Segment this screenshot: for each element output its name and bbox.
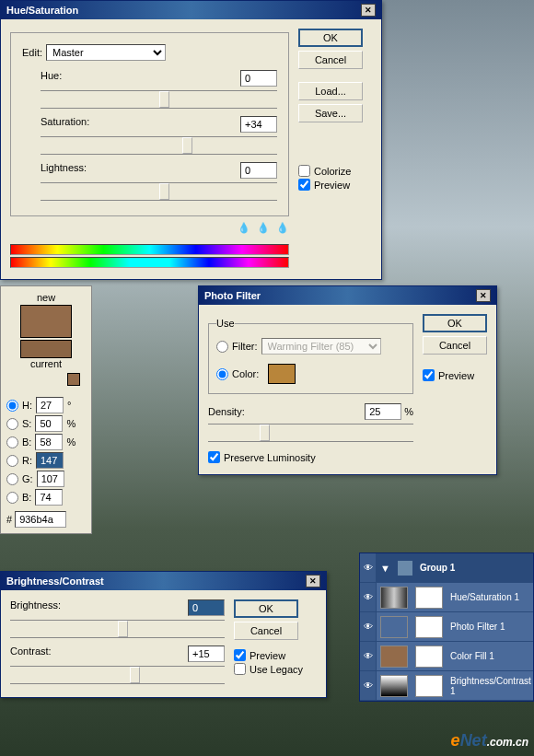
h-radio[interactable]: H:° — [6, 397, 86, 413]
current-label: current — [6, 358, 86, 369]
folder-icon — [398, 561, 412, 576]
lightness-input[interactable] — [240, 162, 277, 179]
b2-input[interactable] — [35, 489, 63, 506]
layer-thumb — [380, 587, 408, 609]
filter-radio[interactable]: Filter:Warming Filter (85) — [216, 338, 405, 355]
hue-label: Hue: — [41, 70, 62, 87]
h-input[interactable] — [36, 397, 64, 413]
close-icon[interactable]: ✕ — [361, 4, 376, 17]
visibility-icon[interactable]: 👁 — [360, 612, 377, 641]
colorize-checkbox[interactable]: Colorize — [298, 165, 372, 177]
photo-filter-titlebar[interactable]: Photo Filter ✕ — [199, 286, 496, 305]
hex-input[interactable] — [15, 511, 66, 528]
s-input[interactable] — [35, 415, 63, 432]
ok-button[interactable]: OK — [423, 314, 487, 332]
s-radio[interactable]: S:% — [6, 415, 86, 432]
hue-spectrum-top — [10, 244, 289, 255]
hue-input[interactable] — [240, 70, 277, 87]
mask-thumb — [415, 646, 443, 668]
density-label: Density: — [208, 406, 245, 417]
visibility-icon[interactable]: 👁 — [360, 583, 377, 611]
group-name: Group 1 — [416, 563, 533, 573]
hue-slider[interactable] — [41, 90, 277, 109]
visibility-icon[interactable]: 👁 — [360, 553, 377, 582]
eyedropper-icon[interactable]: 💧 — [234, 222, 250, 238]
layer-name: Brightness/Contrast 1 — [447, 676, 533, 696]
brightness-input[interactable] — [188, 599, 225, 616]
contrast-label: Contrast: — [10, 646, 52, 662]
new-color-swatch[interactable] — [20, 305, 72, 338]
contrast-input[interactable] — [188, 646, 225, 662]
eyedropper-subtract-icon[interactable]: 💧 — [273, 222, 289, 238]
mask-thumb — [415, 587, 443, 609]
preview-checkbox[interactable]: Preview — [298, 179, 372, 191]
use-label: Use — [216, 318, 235, 329]
layer-row[interactable]: 👁Brightness/Contrast 1 — [360, 671, 533, 701]
hue-spectrum-bottom — [10, 257, 289, 268]
b-input[interactable] — [35, 434, 63, 450]
preserve-luminosity-checkbox[interactable]: Preserve Luminosity — [208, 451, 413, 463]
contrast-slider[interactable] — [10, 666, 225, 684]
eyedropper-add-icon[interactable]: 💧 — [253, 222, 270, 238]
cube-icon[interactable] — [67, 373, 80, 386]
cancel-button[interactable]: Cancel — [298, 51, 363, 69]
preview-checkbox[interactable]: Preview — [234, 649, 317, 661]
brightness-slider[interactable] — [10, 620, 225, 638]
ok-button[interactable]: OK — [298, 29, 363, 47]
hue-saturation-dialog: Hue/Saturation ✕ Edit: Master Hue: Satur… — [0, 0, 382, 280]
photo-filter-title: Photo Filter — [204, 290, 261, 301]
color-picker-panel: new current H:° S:% B:% R: G: B: # — [0, 285, 92, 534]
visibility-icon[interactable]: 👁 — [360, 642, 377, 670]
saturation-label: Saturation: — [41, 116, 89, 133]
photo-filter-dialog: Photo Filter ✕ Use Filter:Warming Filter… — [198, 285, 497, 475]
hue-saturation-title: Hue/Saturation — [6, 5, 78, 16]
layer-name: Hue/Saturation 1 — [447, 592, 533, 602]
color-swatch[interactable] — [268, 364, 296, 384]
layer-group-row[interactable]: 👁 ▼ Group 1 — [360, 553, 533, 583]
layer-row[interactable]: 👁Photo Filter 1 — [360, 612, 533, 642]
layer-row[interactable]: 👁Hue/Saturation 1 — [360, 583, 533, 612]
use-legacy-checkbox[interactable]: Use Legacy — [234, 663, 317, 675]
new-label: new — [6, 292, 86, 303]
brightness-label: Brightness: — [10, 599, 61, 616]
layer-row[interactable]: 👁Color Fill 1 — [360, 642, 533, 671]
load-button[interactable]: Load... — [298, 82, 363, 100]
edit-label: Edit: — [22, 47, 42, 58]
layer-thumb — [380, 675, 408, 697]
lightness-label: Lightness: — [41, 162, 87, 179]
mask-thumb — [415, 675, 443, 697]
folder-collapse-icon[interactable]: ▼ — [380, 563, 390, 574]
current-color-swatch[interactable] — [20, 340, 72, 358]
r-input[interactable] — [36, 452, 64, 469]
b-radio[interactable]: B:% — [6, 434, 86, 450]
density-input[interactable] — [365, 403, 401, 420]
g-input[interactable] — [37, 471, 64, 487]
brightness-contrast-dialog: Brightness/Contrast ✕ Brightness: Contra… — [0, 571, 327, 698]
watermark: eNet.com.cn — [451, 731, 528, 750]
cancel-button[interactable]: Cancel — [423, 336, 487, 355]
preview-checkbox[interactable]: Preview — [423, 369, 487, 381]
g-radio[interactable]: G: — [6, 471, 86, 487]
lightness-slider[interactable] — [41, 182, 277, 201]
hue-saturation-titlebar[interactable]: Hue/Saturation ✕ — [1, 1, 381, 19]
layer-thumb — [380, 616, 408, 638]
r-radio[interactable]: R: — [6, 452, 86, 469]
saturation-slider[interactable] — [41, 136, 277, 155]
brightness-contrast-titlebar[interactable]: Brightness/Contrast ✕ — [1, 572, 326, 590]
edit-select[interactable]: Master — [46, 44, 166, 61]
color-radio[interactable]: Color: — [216, 364, 405, 384]
ok-button[interactable]: OK — [234, 599, 298, 618]
close-icon[interactable]: ✕ — [476, 289, 491, 302]
layer-thumb — [380, 646, 408, 668]
layer-name: Color Fill 1 — [447, 651, 533, 661]
mask-thumb — [415, 616, 443, 638]
cancel-button[interactable]: Cancel — [234, 622, 298, 640]
saturation-input[interactable] — [240, 116, 277, 133]
layers-panel: 👁 ▼ Group 1 👁Hue/Saturation 1 👁Photo Fil… — [359, 552, 534, 702]
b2-radio[interactable]: B: — [6, 489, 86, 506]
visibility-icon[interactable]: 👁 — [360, 671, 377, 700]
close-icon[interactable]: ✕ — [306, 575, 320, 587]
save-button[interactable]: Save... — [298, 104, 363, 122]
layer-name: Photo Filter 1 — [447, 622, 533, 632]
density-slider[interactable] — [208, 424, 413, 442]
